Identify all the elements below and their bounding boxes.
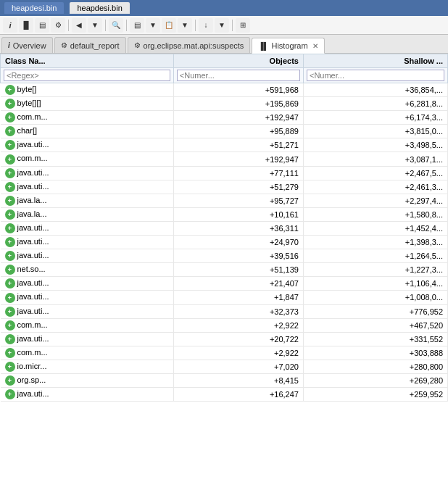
table-button[interactable]: ▤ [35,18,49,33]
objects-cell: +32,373 [173,304,303,318]
settings-button[interactable]: ⚙ [51,18,65,33]
classname-text: net.so... [17,265,46,273]
classname-text: java.uti... [17,292,49,301]
class-icon: + [5,362,15,372]
classname-cell: +java.uti... [1,277,174,291]
tab-histogram[interactable]: ▐▌ Histogram ✕ [252,38,324,54]
shallow-cell: +3,087,1... [303,152,447,166]
tab-default-report[interactable]: ⚙ default_report [54,37,126,53]
default-report-icon: ⚙ [61,41,67,49]
class-icon: + [5,251,15,261]
classname-filter-input[interactable] [4,70,170,81]
table-wrapper: Class Na... Objects Shallow ... +byte[]+… [0,54,448,490]
table-row[interactable]: +java.uti...+39,516+1,264,5... [1,249,448,263]
tab-suspects[interactable]: ⚙ org.eclipse.mat.api:suspects [128,37,251,53]
search-button[interactable]: 🔍 [109,18,123,33]
classname-cell: +java.uti... [1,249,174,263]
histogram-button[interactable]: ▐▌ [19,18,33,33]
window-tab-1[interactable]: heapdesi.bin [4,2,64,14]
class-icon: + [5,154,15,165]
classname-cell: +java.la... [1,194,174,207]
class-icon: + [5,265,15,275]
back-button[interactable]: ◀ [72,18,86,33]
table-row[interactable]: +java.uti...+1,847+1,008,0... [1,291,448,304]
shallow-cell: +331,552 [303,332,447,346]
objects-cell: +591,968 [173,83,303,97]
shallow-cell: +3,498,5... [303,138,447,152]
classname-text: java.la... [17,196,47,204]
shallow-cell: +1,008,0... [303,291,447,304]
classname-cell: +java.uti... [1,304,174,318]
table-row[interactable]: +java.uti...+16,247+259,952 [1,388,448,402]
report-dropdown-button[interactable]: ▼ [178,18,192,33]
col-classname[interactable]: Class Na... [1,54,174,68]
shallow-cell: +1,452,4... [303,221,447,235]
shallow-cell: +2,467,5... [303,166,447,180]
class-icon: + [5,389,15,399]
histogram-close-button[interactable]: ✕ [312,42,318,50]
table-row[interactable]: +net.so...+51,139+1,227,3... [1,263,448,277]
table-row[interactable]: +java.uti...+20,722+331,552 [1,332,448,346]
shallow-cell: +1,106,4... [303,277,447,291]
class-icon: + [5,278,15,288]
window-tab-2[interactable]: heapdesi.bin [70,2,129,14]
dropdown-back-button[interactable]: ▼ [88,18,102,33]
objects-cell: +24,970 [173,236,303,249]
export-button[interactable]: ↓ [199,18,213,33]
classname-cell: +java.uti... [1,221,174,235]
table-row[interactable]: +java.la...+95,727+2,297,4... [1,194,448,207]
shallow-cell: +3,815,0... [303,125,447,138]
table-row[interactable]: +com.m...+192,947+3,087,1... [1,152,448,166]
table-row[interactable]: +com.m...+192,947+6,174,3... [1,111,448,125]
classname-cell: +char[] [1,125,174,138]
toolbar-sep-1 [68,20,69,31]
objects-cell: +2,922 [173,346,303,360]
table-row[interactable]: +byte[][]+195,869+6,281,8... [1,97,448,111]
report-button[interactable]: 📋 [162,18,176,33]
table-row[interactable]: +java.uti...+77,111+2,467,5... [1,166,448,180]
table-row[interactable]: +io.micr...+7,020+280,800 [1,360,448,373]
objects-cell: +20,722 [173,332,303,346]
histogram-table: Class Na... Objects Shallow ... +byte[]+… [0,54,448,402]
col-objects[interactable]: Objects [173,54,303,68]
objects-filter-input[interactable] [177,70,300,81]
table-row[interactable]: +java.uti...+21,407+1,106,4... [1,277,448,291]
export-dropdown-button[interactable]: ▼ [215,18,229,33]
class-icon: + [5,375,15,386]
table-row[interactable]: +java.uti...+24,970+1,398,3... [1,236,448,249]
table-row[interactable]: +java.la...+10,161+1,580,8... [1,207,448,221]
table-row[interactable]: +java.uti...+36,311+1,452,4... [1,221,448,235]
table-body: +byte[]+591,968+36,854,...+byte[][]+195,… [1,83,448,402]
classname-text: java.uti... [17,389,49,398]
classname-text: io.micr... [17,362,47,370]
shallow-filter-input[interactable] [307,70,444,81]
class-icon: + [5,320,15,331]
info-button[interactable]: i [3,18,17,33]
class-icon: + [5,348,15,358]
class-icon: + [5,196,15,206]
objects-cell: +21,407 [173,277,303,291]
table-row[interactable]: +byte[]+591,968+36,854,... [1,83,448,97]
col-shallow[interactable]: Shallow ... [303,54,447,68]
filter-button[interactable]: ▤ [130,18,144,33]
table-row[interactable]: +java.uti...+32,373+776,952 [1,304,448,318]
classname-text: java.uti... [17,140,49,149]
objects-cell: +95,727 [173,194,303,207]
table-row[interactable]: +com.m...+2,922+467,520 [1,318,448,332]
table-row[interactable]: +java.uti...+51,279+2,461,3... [1,180,448,194]
table-row[interactable]: +java.uti...+51,271+3,498,5... [1,138,448,152]
tab-bar: i Overview ⚙ default_report ⚙ org.eclips… [0,35,448,54]
extra-button[interactable]: ⊞ [236,18,250,33]
classname-text: char[] [17,126,38,135]
classname-cell: +byte[] [1,83,174,97]
filter-dropdown-button[interactable]: ▼ [146,18,160,33]
classname-cell: +java.la... [1,207,174,221]
table-row[interactable]: +com.m...+2,922+303,888 [1,346,448,360]
table-row[interactable]: +org.sp...+8,415+269,280 [1,373,448,387]
class-icon: + [5,209,15,220]
tab-overview[interactable]: i Overview [1,37,53,53]
table-row[interactable]: +char[]+95,889+3,815,0... [1,125,448,138]
shallow-cell: +776,952 [303,304,447,318]
classname-text: com.m... [17,348,48,357]
shallow-cell: +303,888 [303,346,447,360]
